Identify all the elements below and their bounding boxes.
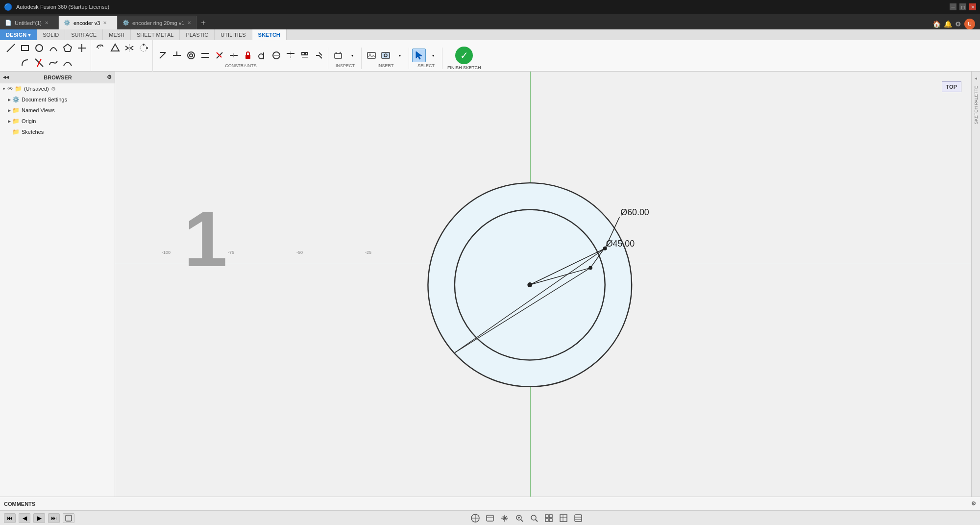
offset-tool[interactable] (94, 41, 108, 55)
tab-bar-icon-1[interactable]: 🏠 (932, 20, 941, 28)
browser-item-named-views[interactable]: ▶ 📁 Named Views (0, 105, 115, 116)
browser-item-doc-settings[interactable]: ▶ ⚙️ Document Settings (0, 94, 115, 105)
grid-snap-button[interactable] (542, 513, 555, 524)
lock-constraint[interactable] (241, 49, 255, 62)
browser-collapse-icon[interactable]: ◂◂ (3, 74, 9, 80)
toolbar-tab-sketch[interactable]: SKETCH (252, 29, 287, 40)
play-start-button[interactable]: ⏮ (4, 513, 16, 523)
coincident-constraint[interactable] (156, 49, 170, 62)
circular-pattern-tool[interactable] (137, 41, 150, 55)
rectangle-tool[interactable] (18, 41, 32, 55)
inspect-tool[interactable] (331, 49, 345, 62)
smooth-constraint[interactable] (270, 49, 283, 62)
finish-sketch-group[interactable]: ✓ FINISH SKETCH (443, 45, 485, 72)
browser-settings-icon[interactable]: ⚙ (107, 74, 112, 80)
symmetric-constraint[interactable] (284, 49, 297, 62)
zoom-button[interactable] (513, 513, 526, 524)
tab-encoder-ring[interactable]: ⚙️ encoder ring 20mg v1 ✕ (118, 16, 196, 29)
toolbar-tab-mesh[interactable]: MESH (103, 29, 131, 40)
timeline-record-button[interactable] (63, 513, 74, 523)
tab-bar-icon-3[interactable]: ⚙ (955, 20, 961, 28)
comments-settings-icon[interactable]: ⚙ (971, 500, 976, 507)
equal-constraint[interactable] (298, 49, 312, 62)
svg-point-10 (140, 45, 147, 51)
svg-line-37 (319, 52, 322, 55)
construction-line-tool[interactable] (75, 41, 89, 55)
collinear-constraint[interactable] (170, 49, 184, 62)
display-settings-button[interactable] (572, 513, 585, 524)
sketch-svg: Ø60.00 Ø45.00 (115, 72, 971, 497)
insert-group: ▾ INSERT (363, 48, 409, 69)
minimize-button[interactable]: ─ (950, 3, 956, 10)
gear-icon-doc-settings: ⚙️ (12, 96, 20, 103)
tab-untitled[interactable]: 📄 Untitled*(1) ✕ (0, 16, 59, 29)
restore-button[interactable]: ◻ (959, 3, 966, 10)
insert-photo-tool[interactable] (379, 49, 392, 62)
arrow-unsaved: ▼ (2, 87, 6, 91)
expand-right-icon[interactable]: ◂ (975, 75, 977, 81)
play-prev-button[interactable]: ◀ (19, 513, 30, 523)
inspect-dropdown[interactable]: ▾ (345, 49, 359, 62)
svg-line-22 (217, 52, 221, 57)
tangent-constraint[interactable] (255, 49, 269, 62)
trim-tool[interactable] (32, 56, 46, 70)
orbit-button[interactable] (484, 513, 496, 524)
browser-header: ◂◂ BROWSER ⚙ (0, 72, 115, 83)
tab-bar-icon-2[interactable]: 🔔 (944, 20, 952, 28)
close-button[interactable]: ✕ (969, 3, 976, 10)
pan-button[interactable] (498, 513, 511, 524)
concentric-constraint[interactable] (184, 49, 198, 62)
insert-image-tool[interactable] (365, 49, 378, 62)
zoom-extend-button[interactable] (528, 513, 540, 524)
insert-dropdown[interactable]: ▾ (393, 49, 407, 62)
app-title: Autodesk Fusion 360 (Startup License) (16, 4, 109, 10)
canvas-area[interactable]: -100 -75 -50 -25 25 1 TOP Ø60.00 Ø45.00 (115, 72, 971, 497)
play-button[interactable]: ▶ (33, 513, 45, 523)
finish-sketch-icon: ✓ (455, 47, 473, 64)
line-tool[interactable] (4, 41, 18, 55)
select-tool[interactable] (412, 49, 426, 62)
polygon-tool[interactable] (61, 41, 74, 55)
select-dropdown[interactable]: ▾ (426, 49, 440, 62)
toolbar-tab-plastic[interactable]: PLASTIC (180, 29, 215, 40)
play-end-button[interactable]: ⏭ (48, 513, 60, 523)
user-avatar[interactable]: U (964, 19, 975, 29)
mirror-tool[interactable] (122, 41, 136, 55)
horizontal-constraint[interactable] (227, 49, 241, 62)
tab-label: encoder ring 20mg v1 (132, 20, 184, 26)
project-tool[interactable] (108, 41, 122, 55)
view-cube-button[interactable] (557, 513, 570, 524)
toolbar-tab-design-dropdown[interactable]: DESIGN ▾ (0, 29, 37, 40)
spline-tool[interactable] (47, 56, 60, 70)
browser-item-origin-label: Origin (22, 118, 36, 124)
tab-close-encoder-v3[interactable]: ✕ (103, 20, 107, 25)
fillet-tool[interactable] (18, 56, 32, 70)
new-tab-button[interactable]: ＋ (196, 16, 210, 29)
arc-tool[interactable] (47, 41, 60, 55)
browser-item-origin[interactable]: ▶ 📁 Origin (0, 116, 115, 126)
constraints-group: CONSTRAINTS (154, 48, 328, 69)
svg-marker-8 (111, 44, 119, 51)
toolbar-tab-utilities[interactable]: UTILITIES (215, 29, 252, 40)
parallel-constraint[interactable] (198, 49, 212, 62)
browser-item-unsaved[interactable]: ▼ 👁 📁 (Unsaved) ⚙ (0, 83, 115, 94)
tab-close-encoder-ring[interactable]: ✕ (187, 20, 191, 25)
toolbar-tab-surface[interactable]: SURFACE (65, 29, 103, 40)
unsaved-gear-icon[interactable]: ⚙ (51, 86, 56, 92)
tab-encoder-v3[interactable]: ⚙️ encoder v3 ✕ (59, 16, 118, 29)
folder-icon-sketches: 📁 (12, 128, 20, 135)
toolbar-main: DESIGN ▾ SOLID SURFACE MESH SHEET METAL … (0, 29, 980, 72)
conic-tool[interactable] (61, 56, 74, 70)
browser-item-doc-settings-label: Document Settings (22, 97, 67, 102)
toolbar-tab-solid[interactable]: SOLID (37, 29, 65, 40)
fix-constraint[interactable] (312, 49, 326, 62)
svg-line-13 (160, 52, 166, 58)
sketch-palette-label: SKETCH PALETTE (974, 86, 979, 124)
toolbar-tab-sheet-metal[interactable]: SHEET METAL (131, 29, 180, 40)
browser-item-sketches[interactable]: ▶ 📁 Sketches (0, 126, 115, 137)
tab-close-untitled[interactable]: ✕ (45, 20, 49, 25)
grid-display-button[interactable] (469, 513, 482, 524)
visibility-icon-unsaved[interactable]: 👁 (7, 85, 13, 92)
circle-tool[interactable] (32, 41, 46, 55)
perpendicular-constraint[interactable] (213, 49, 226, 62)
